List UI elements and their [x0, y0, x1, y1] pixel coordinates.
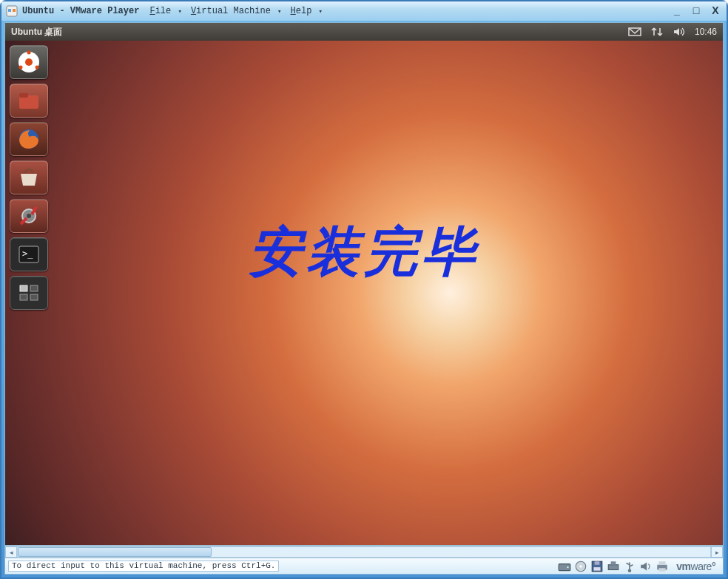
firefox-icon[interactable] [10, 122, 48, 156]
client-area: Ubuntu 桌面 10:46 [4, 22, 724, 575]
svg-rect-10 [19, 93, 28, 98]
device-status-icons [558, 561, 669, 572]
printer-icon[interactable] [655, 561, 669, 572]
vmware-brand: vmware° [676, 561, 715, 572]
menu-virtual-machine[interactable]: Virtual Machine ▾ [188, 5, 285, 17]
panel-title: Ubuntu 桌面 [11, 27, 62, 36]
vmware-app-icon [6, 5, 18, 17]
svg-rect-19 [20, 294, 27, 300]
workspace-switcher-icon[interactable] [10, 276, 48, 310]
menu-file[interactable]: File ▾ [146, 5, 184, 17]
vmware-status-bar: To direct input to this virtual machine,… [5, 558, 723, 574]
window-controls: _ □ X [670, 5, 722, 17]
maximize-button[interactable]: □ [690, 5, 703, 17]
svg-rect-27 [594, 567, 601, 571]
svg-rect-32 [659, 561, 666, 565]
svg-rect-18 [30, 285, 38, 291]
dash-home-icon[interactable] [10, 45, 48, 79]
system-settings-icon[interactable] [10, 199, 48, 233]
usb-icon[interactable] [623, 561, 636, 572]
vmware-player-window: Ubuntu - VMware Player File ▾ Virtual Ma… [0, 0, 728, 579]
scroll-thumb[interactable] [18, 547, 212, 557]
window-titlebar[interactable]: Ubuntu - VMware Player File ▾ Virtual Ma… [1, 1, 727, 21]
svg-rect-29 [611, 561, 616, 565]
svg-rect-26 [595, 561, 600, 565]
svg-point-8 [36, 66, 39, 70]
svg-point-7 [19, 66, 23, 70]
sound-card-icon[interactable] [639, 561, 653, 572]
minimize-button[interactable]: _ [670, 5, 684, 17]
input-hint: To direct input to this virtual machine,… [8, 561, 279, 572]
guest-horizontal-scrollbar[interactable]: ◂ ▸ [5, 546, 723, 558]
terminal-icon[interactable]: >_ [10, 237, 48, 271]
menu-bar: File ▾ Virtual Machine ▾ Help ▾ [146, 5, 326, 17]
network-adapter-icon[interactable] [607, 561, 620, 572]
mail-icon[interactable] [628, 25, 641, 38]
svg-rect-33 [659, 568, 666, 572]
cd-dvd-icon[interactable] [574, 561, 587, 572]
scroll-left-button[interactable]: ◂ [5, 546, 17, 558]
panel-clock[interactable]: 10:46 [695, 27, 717, 36]
close-button[interactable]: X [709, 5, 722, 17]
software-center-icon[interactable] [10, 160, 48, 194]
svg-point-22 [567, 566, 569, 568]
files-icon[interactable] [10, 84, 48, 118]
ubuntu-top-panel[interactable]: Ubuntu 桌面 10:46 [5, 23, 723, 41]
unity-launcher: >_ [8, 44, 53, 542]
guest-display[interactable]: Ubuntu 桌面 10:46 [5, 23, 723, 546]
svg-rect-28 [609, 564, 619, 569]
svg-rect-1 [8, 9, 11, 12]
svg-point-24 [580, 565, 582, 567]
scroll-track[interactable] [17, 546, 711, 558]
svg-rect-17 [20, 285, 27, 291]
window-title: Ubuntu - VMware Player [22, 7, 139, 16]
volume-icon[interactable] [673, 25, 686, 38]
menu-help[interactable]: Help ▾ [288, 5, 326, 17]
floppy-icon[interactable] [590, 561, 604, 572]
network-updown-icon[interactable] [650, 25, 664, 38]
svg-point-13 [27, 214, 31, 218]
svg-rect-2 [13, 9, 16, 12]
ubuntu-desktop[interactable]: >_ 安装完毕 [5, 41, 723, 545]
hard-disk-icon[interactable] [558, 561, 571, 572]
overlay-annotation: 安装完毕 [249, 217, 479, 288]
svg-point-5 [25, 58, 33, 66]
svg-text:>_: >_ [22, 248, 33, 259]
scroll-right-button[interactable]: ▸ [711, 546, 723, 558]
svg-rect-20 [30, 294, 38, 300]
svg-point-6 [27, 51, 31, 55]
